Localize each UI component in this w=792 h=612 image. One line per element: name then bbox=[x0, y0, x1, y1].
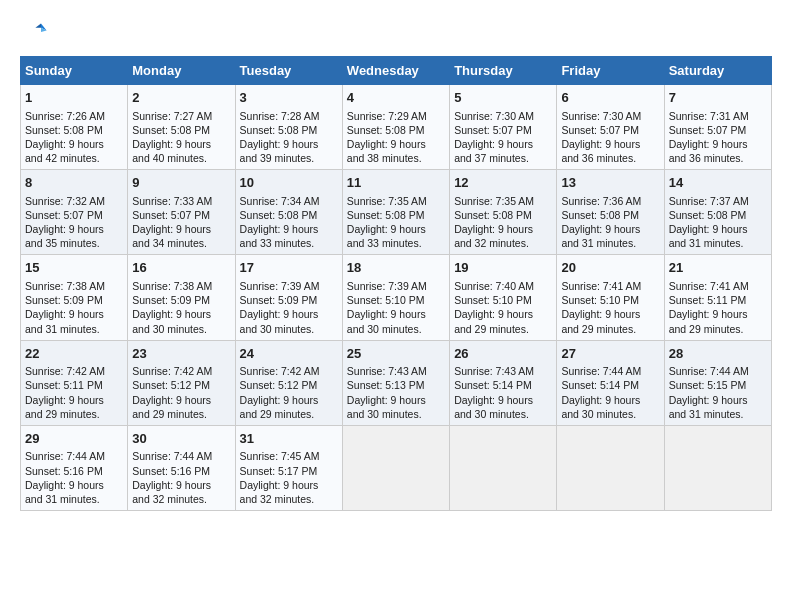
sunset-text: Sunset: 5:07 PM bbox=[669, 124, 747, 136]
sunrise-text: Sunrise: 7:41 AM bbox=[669, 280, 749, 292]
sunrise-text: Sunrise: 7:44 AM bbox=[669, 365, 749, 377]
calendar-cell: 8Sunrise: 7:32 AMSunset: 5:07 PMDaylight… bbox=[21, 170, 128, 255]
sunrise-text: Sunrise: 7:39 AM bbox=[240, 280, 320, 292]
day-number: 5 bbox=[454, 89, 552, 107]
calendar-cell bbox=[342, 425, 449, 510]
header-cell-sunday: Sunday bbox=[21, 57, 128, 85]
day-number: 30 bbox=[132, 430, 230, 448]
header-cell-wednesday: Wednesday bbox=[342, 57, 449, 85]
calendar-cell: 19Sunrise: 7:40 AMSunset: 5:10 PMDayligh… bbox=[450, 255, 557, 340]
sunrise-text: Sunrise: 7:40 AM bbox=[454, 280, 534, 292]
calendar-cell: 16Sunrise: 7:38 AMSunset: 5:09 PMDayligh… bbox=[128, 255, 235, 340]
calendar-cell bbox=[664, 425, 771, 510]
svg-marker-1 bbox=[35, 24, 41, 28]
sunrise-text: Sunrise: 7:31 AM bbox=[669, 110, 749, 122]
sunrise-text: Sunrise: 7:42 AM bbox=[240, 365, 320, 377]
sunset-text: Sunset: 5:11 PM bbox=[25, 379, 103, 391]
sunrise-text: Sunrise: 7:42 AM bbox=[132, 365, 212, 377]
calendar-cell bbox=[557, 425, 664, 510]
day-number: 21 bbox=[669, 259, 767, 277]
header-row: SundayMondayTuesdayWednesdayThursdayFrid… bbox=[21, 57, 772, 85]
calendar-cell: 18Sunrise: 7:39 AMSunset: 5:10 PMDayligh… bbox=[342, 255, 449, 340]
logo-icon bbox=[20, 18, 48, 46]
sunset-text: Sunset: 5:09 PM bbox=[25, 294, 103, 306]
daylight-text: Daylight: 9 hours and 31 minutes. bbox=[25, 308, 104, 334]
week-row-1: 1Sunrise: 7:26 AMSunset: 5:08 PMDaylight… bbox=[21, 85, 772, 170]
week-row-4: 22Sunrise: 7:42 AMSunset: 5:11 PMDayligh… bbox=[21, 340, 772, 425]
daylight-text: Daylight: 9 hours and 30 minutes. bbox=[561, 394, 640, 420]
calendar-cell: 29Sunrise: 7:44 AMSunset: 5:16 PMDayligh… bbox=[21, 425, 128, 510]
day-number: 6 bbox=[561, 89, 659, 107]
sunrise-text: Sunrise: 7:44 AM bbox=[561, 365, 641, 377]
sunset-text: Sunset: 5:07 PM bbox=[25, 209, 103, 221]
sunrise-text: Sunrise: 7:30 AM bbox=[454, 110, 534, 122]
daylight-text: Daylight: 9 hours and 29 minutes. bbox=[240, 394, 319, 420]
sunset-text: Sunset: 5:09 PM bbox=[240, 294, 318, 306]
sunset-text: Sunset: 5:11 PM bbox=[669, 294, 747, 306]
sunrise-text: Sunrise: 7:32 AM bbox=[25, 195, 105, 207]
daylight-text: Daylight: 9 hours and 29 minutes. bbox=[561, 308, 640, 334]
header-cell-thursday: Thursday bbox=[450, 57, 557, 85]
calendar-cell: 17Sunrise: 7:39 AMSunset: 5:09 PMDayligh… bbox=[235, 255, 342, 340]
daylight-text: Daylight: 9 hours and 42 minutes. bbox=[25, 138, 104, 164]
day-number: 20 bbox=[561, 259, 659, 277]
sunset-text: Sunset: 5:16 PM bbox=[25, 465, 103, 477]
day-number: 2 bbox=[132, 89, 230, 107]
sunrise-text: Sunrise: 7:35 AM bbox=[347, 195, 427, 207]
sunset-text: Sunset: 5:08 PM bbox=[132, 124, 210, 136]
daylight-text: Daylight: 9 hours and 30 minutes. bbox=[132, 308, 211, 334]
daylight-text: Daylight: 9 hours and 36 minutes. bbox=[561, 138, 640, 164]
calendar-cell: 25Sunrise: 7:43 AMSunset: 5:13 PMDayligh… bbox=[342, 340, 449, 425]
daylight-text: Daylight: 9 hours and 34 minutes. bbox=[132, 223, 211, 249]
calendar-cell: 4Sunrise: 7:29 AMSunset: 5:08 PMDaylight… bbox=[342, 85, 449, 170]
daylight-text: Daylight: 9 hours and 31 minutes. bbox=[669, 394, 748, 420]
daylight-text: Daylight: 9 hours and 35 minutes. bbox=[25, 223, 104, 249]
calendar-cell bbox=[450, 425, 557, 510]
daylight-text: Daylight: 9 hours and 30 minutes. bbox=[240, 308, 319, 334]
sunset-text: Sunset: 5:08 PM bbox=[347, 124, 425, 136]
sunrise-text: Sunrise: 7:43 AM bbox=[454, 365, 534, 377]
sunset-text: Sunset: 5:08 PM bbox=[25, 124, 103, 136]
page: SundayMondayTuesdayWednesdayThursdayFrid… bbox=[0, 0, 792, 521]
daylight-text: Daylight: 9 hours and 29 minutes. bbox=[669, 308, 748, 334]
calendar-body: 1Sunrise: 7:26 AMSunset: 5:08 PMDaylight… bbox=[21, 85, 772, 511]
sunset-text: Sunset: 5:08 PM bbox=[240, 124, 318, 136]
daylight-text: Daylight: 9 hours and 30 minutes. bbox=[454, 394, 533, 420]
day-number: 3 bbox=[240, 89, 338, 107]
day-number: 19 bbox=[454, 259, 552, 277]
calendar-cell: 24Sunrise: 7:42 AMSunset: 5:12 PMDayligh… bbox=[235, 340, 342, 425]
calendar-cell: 6Sunrise: 7:30 AMSunset: 5:07 PMDaylight… bbox=[557, 85, 664, 170]
day-number: 24 bbox=[240, 345, 338, 363]
calendar-cell: 21Sunrise: 7:41 AMSunset: 5:11 PMDayligh… bbox=[664, 255, 771, 340]
day-number: 9 bbox=[132, 174, 230, 192]
day-number: 14 bbox=[669, 174, 767, 192]
calendar-cell: 5Sunrise: 7:30 AMSunset: 5:07 PMDaylight… bbox=[450, 85, 557, 170]
day-number: 8 bbox=[25, 174, 123, 192]
daylight-text: Daylight: 9 hours and 32 minutes. bbox=[454, 223, 533, 249]
daylight-text: Daylight: 9 hours and 30 minutes. bbox=[347, 394, 426, 420]
day-number: 4 bbox=[347, 89, 445, 107]
calendar-cell: 28Sunrise: 7:44 AMSunset: 5:15 PMDayligh… bbox=[664, 340, 771, 425]
calendar-cell: 30Sunrise: 7:44 AMSunset: 5:16 PMDayligh… bbox=[128, 425, 235, 510]
daylight-text: Daylight: 9 hours and 31 minutes. bbox=[561, 223, 640, 249]
calendar-cell: 23Sunrise: 7:42 AMSunset: 5:12 PMDayligh… bbox=[128, 340, 235, 425]
day-number: 22 bbox=[25, 345, 123, 363]
calendar-cell: 14Sunrise: 7:37 AMSunset: 5:08 PMDayligh… bbox=[664, 170, 771, 255]
calendar-cell: 9Sunrise: 7:33 AMSunset: 5:07 PMDaylight… bbox=[128, 170, 235, 255]
daylight-text: Daylight: 9 hours and 39 minutes. bbox=[240, 138, 319, 164]
sunset-text: Sunset: 5:17 PM bbox=[240, 465, 318, 477]
sunrise-text: Sunrise: 7:36 AM bbox=[561, 195, 641, 207]
calendar-cell: 2Sunrise: 7:27 AMSunset: 5:08 PMDaylight… bbox=[128, 85, 235, 170]
calendar-cell: 27Sunrise: 7:44 AMSunset: 5:14 PMDayligh… bbox=[557, 340, 664, 425]
daylight-text: Daylight: 9 hours and 36 minutes. bbox=[669, 138, 748, 164]
sunrise-text: Sunrise: 7:29 AM bbox=[347, 110, 427, 122]
day-number: 12 bbox=[454, 174, 552, 192]
sunrise-text: Sunrise: 7:38 AM bbox=[25, 280, 105, 292]
sunset-text: Sunset: 5:09 PM bbox=[132, 294, 210, 306]
calendar-cell: 22Sunrise: 7:42 AMSunset: 5:11 PMDayligh… bbox=[21, 340, 128, 425]
day-number: 17 bbox=[240, 259, 338, 277]
header-cell-friday: Friday bbox=[557, 57, 664, 85]
calendar-cell: 3Sunrise: 7:28 AMSunset: 5:08 PMDaylight… bbox=[235, 85, 342, 170]
sunset-text: Sunset: 5:10 PM bbox=[454, 294, 532, 306]
sunset-text: Sunset: 5:08 PM bbox=[240, 209, 318, 221]
